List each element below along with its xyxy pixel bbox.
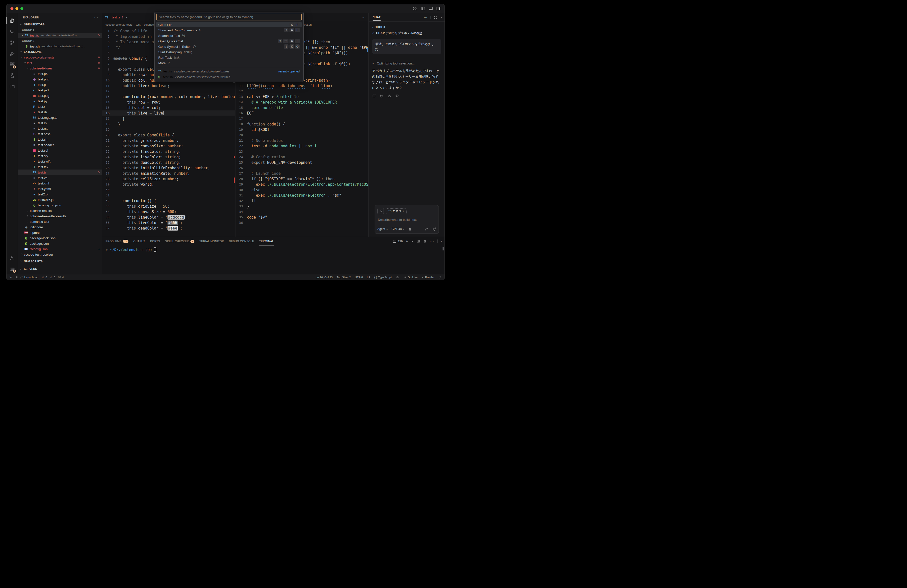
prettier[interactable]: ✓Prettier [421, 276, 434, 279]
codex-section[interactable]: ›CODEX [372, 24, 441, 30]
section-extensions[interactable]: EXTENSIONS [18, 49, 102, 54]
remote-indicator[interactable]: >< [10, 276, 12, 279]
toggle-sidebar-left-icon[interactable] [421, 6, 425, 11]
tree-item-test-php[interactable]: ◆test.php [18, 77, 102, 82]
explorer-more-actions-icon[interactable]: ··· [94, 16, 98, 19]
tree-item-semantic-test[interactable]: semantic-test [18, 219, 102, 224]
tree-item-test-yaml[interactable]: !test.yaml [18, 186, 102, 191]
go-live[interactable]: Go Live [403, 276, 418, 279]
tree-item-test-pug[interactable]: ◉test.pug [18, 93, 102, 98]
close-window-button[interactable] [10, 7, 13, 10]
tree-item-package-lock-json[interactable]: {}package-lock.json [18, 235, 102, 241]
tree-item-test-sh[interactable]: $test.sh [18, 137, 102, 142]
tree-item-test-rb[interactable]: ●test.rb [18, 109, 102, 115]
accounts-icon[interactable] [6, 253, 18, 264]
palette-file-test-sh[interactable]: $test.shvscode-colorize-tests/test/color… [156, 74, 302, 80]
tree-item-test-sty[interactable]: Ttest.sty [18, 153, 102, 159]
chat-more-actions-icon[interactable]: ··· [424, 16, 427, 19]
palette-item-search-for-text[interactable]: Search for Text% [156, 33, 302, 38]
palette-file-test-ts[interactable]: TStest.tsvscode-colorize-tests/test/colo… [156, 69, 302, 74]
editor-more-actions-icon[interactable]: ··· [362, 16, 369, 19]
palette-item-run-task[interactable]: Run Tasktask [156, 55, 302, 60]
tools-icon[interactable] [408, 227, 412, 231]
remote-explorer-icon[interactable] [6, 81, 18, 92]
tree-item-test6916-js[interactable]: JStest6916.js [18, 197, 102, 202]
tree-item-test2-pl[interactable]: ●test2.pl [18, 191, 102, 197]
tree-item-test[interactable]: test [18, 60, 102, 66]
tree-item-test-vb[interactable]: ≡test.vb [18, 175, 102, 181]
thumbs-up-icon[interactable] [388, 94, 391, 98]
tree-item-tsconfig-off-json[interactable]: {}tsconfig_off.json [18, 202, 102, 208]
extensions-icon[interactable]: 1 [6, 59, 18, 70]
thumbs-down-icon[interactable] [395, 94, 399, 98]
quick-open-input[interactable] [156, 14, 302, 21]
toggle-sidebar-right-icon[interactable] [436, 6, 441, 11]
forward-icon[interactable] [425, 227, 429, 231]
chat-input-placeholder[interactable]: Describe what to build next [378, 218, 436, 221]
tree-item-test-regexp-ts[interactable]: TStest.regexp.ts [18, 115, 102, 120]
chat-expand-icon[interactable] [434, 16, 437, 19]
palette-item-go-to-file[interactable]: Go to File⌘P [156, 22, 302, 27]
zoom-window-button[interactable] [21, 7, 23, 10]
section-npm-scripts[interactable]: NPM SCRIPTS [18, 259, 102, 264]
manage-icon[interactable]: 1 [6, 264, 18, 274]
new-terminal-icon[interactable]: + [406, 239, 408, 244]
terminal[interactable]: ○~/D/v/extensions ❯❯❯ [102, 245, 444, 274]
agent-mode-dropdown[interactable]: Agent⌄ [377, 227, 388, 231]
chat-close-icon[interactable]: × [440, 16, 442, 19]
search-icon[interactable] [6, 26, 18, 37]
panel-tab-debug-console[interactable]: DEBUG CONSOLE [229, 237, 254, 245]
tree-item-test-xml[interactable]: <>test.xml [18, 181, 102, 186]
layout-grid-icon[interactable] [413, 6, 417, 11]
chat-input-box[interactable]: TStest.ts+ Describe what to build next A… [375, 205, 439, 234]
run-debug-icon[interactable] [6, 48, 18, 59]
model-dropdown[interactable]: GPT-4o⌄ [391, 227, 405, 231]
tree-item-vscode-colorize-tests[interactable]: vscode-colorize-tests [18, 54, 102, 60]
split-terminal-icon[interactable] [417, 239, 420, 243]
tree-item-colorize-results[interactable]: colorize-results [18, 208, 102, 213]
palette-item-start-debugging[interactable]: Start Debuggingdebug [156, 49, 302, 55]
close-tab-icon[interactable]: × [126, 16, 127, 19]
panel-tab-spell-checker[interactable]: SPELL CHECKER4 [165, 237, 194, 245]
palette-item-go-to-symbol-in-editor[interactable]: Go to Symbol in Editor@⇧⌘O [156, 44, 302, 49]
eol[interactable]: LF [367, 276, 370, 279]
tree-item-vscode-test-resolver[interactable]: vscode-test-resolver [18, 252, 102, 257]
tree-item-test-sql[interactable]: ▤test.sql [18, 147, 102, 153]
panel-tab-output[interactable]: OUTPUT [133, 237, 145, 245]
palette-item-more[interactable]: More? [156, 60, 302, 66]
undo-icon[interactable] [380, 94, 383, 98]
panel-scrollbar-thumb[interactable] [442, 247, 444, 250]
testing-icon[interactable] [6, 70, 18, 81]
panel-more-actions-icon[interactable]: ··· [429, 239, 434, 244]
encoding[interactable]: UTF-8 [355, 276, 363, 279]
panel-tab-ports[interactable]: PORTS [150, 237, 160, 245]
tree-item-test-pl[interactable]: ●test.pl [18, 82, 102, 87]
tree-item-test-p6[interactable]: ≡test.p6 [18, 71, 102, 77]
open-editor-test-sh[interactable]: $test.shvscode-colorize-tests/test/color… [18, 43, 102, 49]
chat-tab[interactable]: CHAT [373, 14, 381, 21]
kill-terminal-icon[interactable] [423, 239, 426, 243]
attached-file-chip[interactable]: TStest.ts+ [386, 208, 407, 214]
tree-item--npmrc[interactable]: npm.npmrc [18, 230, 102, 235]
copilot-icon[interactable] [396, 276, 399, 279]
tree-item-test-py[interactable]: ●test.py [18, 98, 102, 104]
tree-item--gitignore[interactable]: ◆.gitignore [18, 224, 102, 230]
tab-size[interactable]: Tab Size: 2 [337, 276, 351, 279]
tree-item-package-json[interactable]: {}package.json [18, 241, 102, 246]
panel-tab-terminal[interactable]: TERMINAL [259, 237, 274, 245]
tree-item-test-r[interactable]: Rtest.r [18, 104, 102, 109]
notifications-bell-icon[interactable] [438, 276, 442, 279]
tree-item-colorize-fixtures[interactable]: colorize-fixtures [18, 66, 102, 71]
minimize-window-button[interactable] [15, 7, 18, 10]
problems-status[interactable]: ⊗6 ⚠0 ⓘ4 [42, 276, 64, 279]
panel-tab-problems[interactable]: PROBLEMS10 [106, 237, 128, 245]
regenerate-icon[interactable] [372, 94, 376, 98]
tree-item-test-tex[interactable]: Ttest.tex [18, 164, 102, 170]
section-servers[interactable]: SERVERS [18, 266, 102, 272]
toggle-panel-icon[interactable] [429, 6, 433, 11]
tree-item-test-ts[interactable]: TStest.ts5 [18, 170, 102, 175]
send-icon[interactable] [432, 227, 436, 231]
panel-tab-serial-monitor[interactable]: SERIAL MONITOR [199, 237, 224, 245]
cursor-position[interactable]: Ln 16, Col 23 [316, 276, 333, 279]
section-open-editors[interactable]: OPEN EDITORS [18, 22, 102, 27]
